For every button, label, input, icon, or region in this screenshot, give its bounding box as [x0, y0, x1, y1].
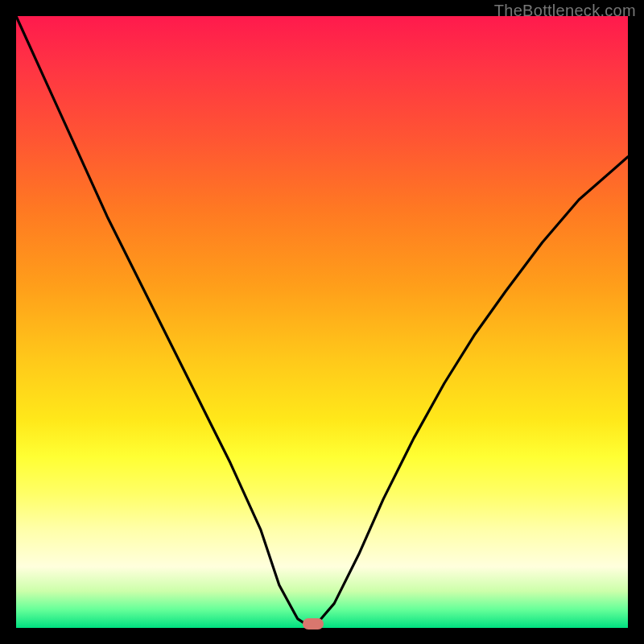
optimal-point-marker: [303, 618, 324, 630]
watermark-text: TheBottleneck.com: [494, 2, 636, 20]
bottleneck-curve: [16, 16, 628, 628]
chart-frame: TheBottleneck.com: [0, 0, 644, 644]
